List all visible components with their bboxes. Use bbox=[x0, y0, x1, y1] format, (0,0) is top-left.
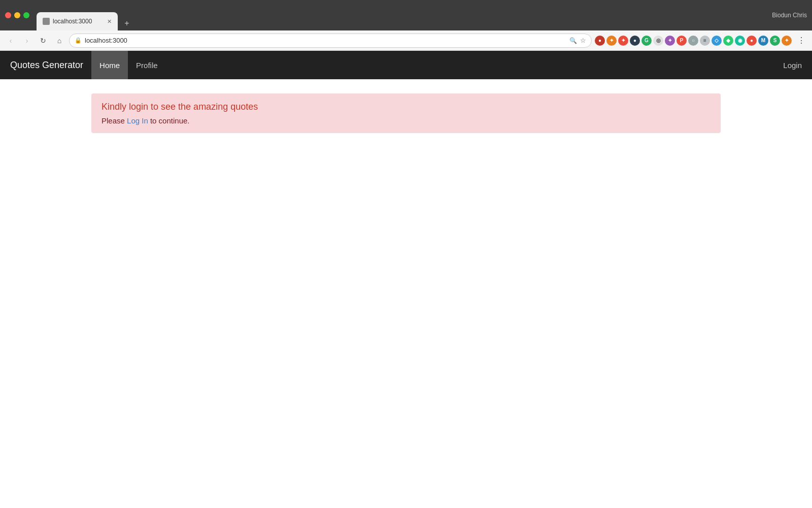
nav-home[interactable]: Home bbox=[91, 51, 128, 79]
nav-links: Home Profile bbox=[91, 51, 166, 79]
ext-icon-8[interactable]: P bbox=[676, 36, 687, 46]
app-navbar: Quotes Generator Home Profile Login bbox=[0, 51, 812, 79]
close-button[interactable] bbox=[5, 12, 11, 18]
app-brand: Quotes Generator bbox=[10, 60, 83, 71]
tab-close-button[interactable]: ✕ bbox=[107, 18, 112, 25]
home-button[interactable]: ⌂ bbox=[53, 34, 66, 47]
ext-icon-14[interactable]: ● bbox=[747, 36, 757, 46]
traffic-lights bbox=[5, 12, 29, 18]
login-alert: Kindly login to see the amazing quotes P… bbox=[91, 93, 721, 133]
alert-title: Kindly login to see the amazing quotes bbox=[101, 102, 710, 112]
ext-icon-6[interactable]: ◎ bbox=[653, 36, 663, 46]
ext-icon-1[interactable]: ● bbox=[595, 36, 605, 46]
browser-user-name: Biodun Chris bbox=[772, 12, 807, 19]
minimize-button[interactable] bbox=[14, 12, 20, 18]
back-button[interactable]: ‹ bbox=[4, 34, 17, 47]
tab-bar: localhost:3000 ✕ + bbox=[37, 0, 768, 30]
ext-icon-15[interactable]: M bbox=[758, 36, 768, 46]
browser-chrome: localhost:3000 ✕ + Biodun Chris bbox=[0, 0, 812, 30]
bookmark-icon: ☆ bbox=[580, 37, 586, 44]
tab-favicon bbox=[43, 18, 50, 25]
ext-icon-7[interactable]: ✦ bbox=[665, 36, 675, 46]
address-bar[interactable]: 🔒 localhost:3000 🔍 ☆ bbox=[69, 34, 592, 48]
ext-icon-3[interactable]: ✦ bbox=[618, 36, 628, 46]
ext-icon-2[interactable]: ✦ bbox=[606, 36, 617, 46]
maximize-button[interactable] bbox=[23, 12, 29, 18]
ext-icon-17[interactable]: ✦ bbox=[782, 36, 792, 46]
ext-icon-5[interactable]: G bbox=[641, 36, 652, 46]
lock-icon: 🔒 bbox=[75, 37, 82, 44]
login-link[interactable]: Log In bbox=[127, 116, 148, 125]
address-bar-row: ‹ › ↻ ⌂ 🔒 localhost:3000 🔍 ☆ ● ✦ ✦ ● G ◎… bbox=[0, 30, 812, 51]
alert-prefix: Please bbox=[101, 116, 127, 125]
reload-button[interactable]: ↻ bbox=[37, 34, 50, 47]
ext-icon-9[interactable]: ○ bbox=[688, 36, 698, 46]
ext-icon-16[interactable]: S bbox=[770, 36, 780, 46]
ext-icon-12[interactable]: ◆ bbox=[723, 36, 733, 46]
ext-icon-4[interactable]: ● bbox=[630, 36, 640, 46]
alert-body: Please Log In to continue. bbox=[101, 116, 710, 125]
active-tab[interactable]: localhost:3000 ✕ bbox=[37, 12, 118, 30]
browser-menu-button[interactable]: ⋮ bbox=[795, 34, 808, 47]
extension-icons: ● ✦ ✦ ● G ◎ ✦ P ○ ≡ ◇ ◆ ◉ ● M S ✦ bbox=[595, 36, 792, 46]
nav-login[interactable]: Login bbox=[783, 61, 802, 70]
tab-title: localhost:3000 bbox=[53, 18, 92, 25]
ext-icon-13[interactable]: ◉ bbox=[735, 36, 745, 46]
ext-icon-11[interactable]: ◇ bbox=[712, 36, 722, 46]
page-content: Kindly login to see the amazing quotes P… bbox=[0, 79, 812, 143]
url-display: localhost:3000 bbox=[85, 37, 566, 44]
nav-profile[interactable]: Profile bbox=[128, 51, 166, 79]
new-tab-button[interactable]: + bbox=[120, 16, 134, 30]
forward-button[interactable]: › bbox=[20, 34, 33, 47]
search-icon: 🔍 bbox=[569, 37, 577, 44]
ext-icon-10[interactable]: ≡ bbox=[700, 36, 710, 46]
alert-suffix: to continue. bbox=[148, 116, 190, 125]
